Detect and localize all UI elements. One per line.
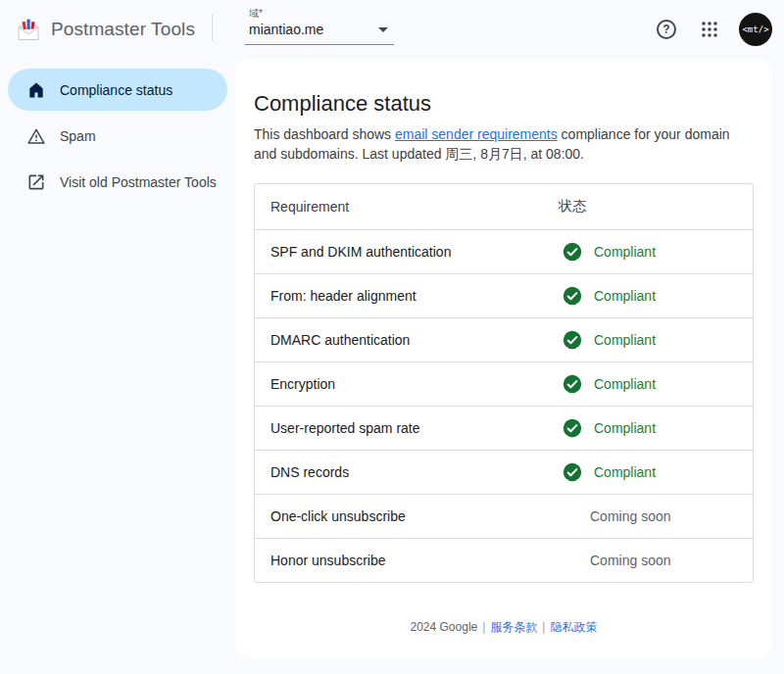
help-button[interactable]: ? <box>653 16 680 43</box>
status-coming-soon-label: Coming soon <box>590 553 671 568</box>
card-footer: 2024 Google|服务条款|隐私政策 <box>235 619 772 636</box>
status-cell: Compliant <box>559 462 753 482</box>
requirement-cell: DMARC authentication <box>255 332 559 348</box>
table-row: DNS recordsCompliant <box>255 450 753 494</box>
description-text: This dashboard shows <box>254 126 395 142</box>
home-icon <box>26 80 46 100</box>
table-row: Honor unsubscribeComing soon <box>255 538 753 582</box>
table-row: One-click unsubscribeComing soon <box>255 494 753 538</box>
status-cell: Coming soon <box>559 508 753 524</box>
compliant-check-icon <box>563 462 582 482</box>
open-in-new-icon <box>26 172 46 192</box>
sidebar-item-spam[interactable]: Spam <box>8 115 227 157</box>
page-description: This dashboard shows email sender requir… <box>254 124 754 164</box>
compliant-check-icon <box>563 330 582 350</box>
copyright-text: 2024 Google <box>411 620 478 634</box>
appbar-divider <box>212 14 213 41</box>
terms-of-service-link[interactable]: 服务条款 <box>490 620 537 634</box>
compliant-check-icon <box>563 286 582 306</box>
sidebar-item-label: Compliance status <box>60 82 172 98</box>
status-cell: Compliant <box>559 418 753 438</box>
footer-separator: | <box>542 620 545 634</box>
status-compliant-label: Compliant <box>594 244 656 260</box>
table-row: DMARC authenticationCompliant <box>255 317 753 361</box>
requirement-cell: Honor unsubscribe <box>255 553 559 568</box>
sidebar-item-visit-old-postmaster-tools[interactable]: Visit old Postmaster Tools <box>8 161 227 203</box>
postmaster-logo-icon <box>16 17 41 42</box>
table-row: SPF and DKIM authenticationCompliant <box>255 229 753 273</box>
requirement-column-header: Requirement <box>255 199 559 215</box>
status-compliant-label: Compliant <box>594 464 656 480</box>
apps-grid-icon <box>701 21 718 38</box>
requirement-cell: User-reported spam rate <box>255 420 559 436</box>
compliance-table-body: SPF and DKIM authenticationCompliantFrom… <box>255 229 753 582</box>
compliance-table: Requirement 状态 SPF and DKIM authenticati… <box>254 183 754 583</box>
footer-separator: | <box>482 620 485 634</box>
domain-selector-label: 域* <box>249 8 392 20</box>
warning-icon <box>26 126 46 146</box>
app-bar: Postmaster Tools 域* miantiao.me ? <mt/> <box>0 0 784 59</box>
status-compliant-label: Compliant <box>594 376 656 392</box>
status-cell: Coming soon <box>559 553 753 568</box>
domain-selector-value: miantiao.me <box>249 22 323 37</box>
status-coming-soon-label: Coming soon <box>590 508 671 524</box>
table-header-row: Requirement 状态 <box>255 184 753 229</box>
status-compliant-label: Compliant <box>594 420 656 436</box>
status-cell: Compliant <box>559 374 753 394</box>
avatar[interactable]: <mt/> <box>739 13 772 46</box>
requirement-cell: DNS records <box>255 464 559 480</box>
apps-grid-button[interactable] <box>696 16 723 43</box>
sidebar-item-label: Visit old Postmaster Tools <box>60 174 217 190</box>
status-compliant-label: Compliant <box>594 288 656 304</box>
privacy-policy-link[interactable]: 隐私政策 <box>550 620 597 634</box>
requirement-cell: SPF and DKIM authentication <box>255 244 559 260</box>
requirement-cell: One-click unsubscribe <box>255 508 559 524</box>
status-cell: Compliant <box>559 286 753 306</box>
page-title: Compliance status <box>254 90 754 118</box>
requirement-cell: Encryption <box>255 376 559 392</box>
compliant-check-icon <box>563 374 582 394</box>
table-row: EncryptionCompliant <box>255 361 753 406</box>
table-row: From: header alignmentCompliant <box>255 273 753 317</box>
main-content-card: Compliance status This dashboard shows e… <box>235 59 772 658</box>
app-logo-block: Postmaster Tools <box>0 17 195 42</box>
status-compliant-label: Compliant <box>594 332 656 348</box>
requirement-cell: From: header alignment <box>255 288 559 304</box>
sidebar-item-compliance-status[interactable]: Compliance status <box>8 69 227 111</box>
status-column-header: 状态 <box>559 198 753 216</box>
sidebar: Compliance status Spam Visit old Postmas… <box>0 59 235 207</box>
email-sender-requirements-link[interactable]: email sender requirements <box>395 126 558 142</box>
status-cell: Compliant <box>559 242 753 262</box>
status-cell: Compliant <box>559 330 753 350</box>
help-icon: ? <box>657 20 676 39</box>
table-row: User-reported spam rateCompliant <box>255 406 753 450</box>
compliant-check-icon <box>563 418 582 438</box>
compliant-check-icon <box>563 242 582 262</box>
app-title: Postmaster Tools <box>51 19 195 40</box>
chevron-down-icon <box>378 27 388 32</box>
domain-selector[interactable]: 域* miantiao.me <box>245 6 394 45</box>
sidebar-item-label: Spam <box>60 128 96 144</box>
